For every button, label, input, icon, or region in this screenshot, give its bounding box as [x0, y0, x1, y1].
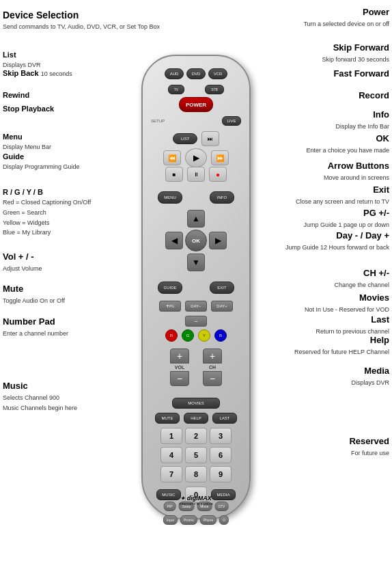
- pg-label: PG +/- Jump Guide 1 page up or down: [303, 208, 389, 230]
- remote-container: AUD DVD VCR TV STB POWER SETUP LIVE LIST…: [141, 55, 251, 519]
- num7-button[interactable]: 7: [160, 466, 182, 482]
- menu-button[interactable]: MENU: [158, 191, 182, 204]
- live-button[interactable]: LIVE: [222, 116, 241, 126]
- rgby-row: R G Y B: [165, 329, 227, 342]
- num6-button[interactable]: 6: [210, 447, 232, 463]
- ok-label: OK Enter a choice you have made: [306, 133, 389, 155]
- skip-forward-label: Skip Forward Skip forward 30 seconds: [322, 42, 389, 64]
- dpad: ▲ ◀ OK ▶ ▼: [165, 210, 227, 271]
- num8-button[interactable]: 8: [185, 466, 207, 482]
- skip-back-label: Skip Back 10 seconds: [3, 68, 72, 79]
- guide-button[interactable]: GUIDE: [158, 282, 182, 294]
- day-minus-button[interactable]: DAY−: [185, 301, 207, 312]
- fast-forward-button[interactable]: ⏩: [211, 150, 229, 165]
- ch-label-right: CH +/- Change the channel: [334, 268, 389, 290]
- num4-button[interactable]: 4: [160, 447, 182, 463]
- ch-label: CH: [209, 365, 216, 370]
- dpad-left-button[interactable]: ◀: [165, 232, 183, 249]
- digimax-tagline: internet • tv • voice: [179, 502, 213, 506]
- dpad-up-button[interactable]: ▲: [187, 210, 205, 228]
- menu-label: Menu Display Menu Bar: [3, 132, 51, 152]
- vcr-button[interactable]: VCR: [208, 68, 227, 79]
- num5-button[interactable]: 5: [185, 447, 207, 463]
- ch-minus-button[interactable]: −: [203, 371, 222, 386]
- pg-minus-button[interactable]: −: [185, 316, 207, 327]
- vol-ctrl: + VOL −: [170, 348, 189, 386]
- fast-forward-label: Fast Forward: [333, 68, 389, 80]
- list-label: List Displays DVR: [3, 50, 41, 70]
- vol-label-left: Vol + / - Adjust Volume: [3, 251, 42, 273]
- remote-body: AUD DVD VCR TV STB POWER SETUP LIVE LIST…: [141, 55, 251, 519]
- help-button[interactable]: HELP: [184, 413, 208, 424]
- info-label-right: Info Display the Info Bar: [335, 109, 389, 131]
- dpad-right-button[interactable]: ▶: [209, 232, 227, 249]
- last-button[interactable]: LAST: [212, 413, 237, 424]
- media-button[interactable]: MEDIA: [211, 489, 236, 500]
- list-button[interactable]: LIST: [173, 133, 197, 144]
- stop-playback-label: Stop Playback: [3, 104, 54, 113]
- power-row: POWER: [179, 97, 213, 112]
- vol-label: VOL: [175, 365, 184, 370]
- pause-button[interactable]: ⏸: [187, 167, 205, 182]
- ch-plus-button[interactable]: +: [203, 348, 222, 364]
- help-label: Help Reserved for future HELP Channel: [294, 335, 389, 357]
- movies-button[interactable]: MOVIES: [172, 398, 220, 409]
- r-button[interactable]: R: [165, 329, 178, 342]
- mute-label: Mute Toggle Audio On or Off: [3, 284, 65, 305]
- phone-button[interactable]: Phone: [200, 515, 216, 525]
- music-button[interactable]: MUSIC: [156, 489, 181, 500]
- tv-button[interactable]: TV: [168, 85, 184, 94]
- record-label: Record: [359, 90, 389, 102]
- dpad-down-button[interactable]: ▼: [187, 254, 205, 271]
- input-button[interactable]: Input: [163, 515, 178, 525]
- rgby-label: R / G / Y / B Red = Closed Captioning On…: [3, 187, 91, 237]
- stb-button[interactable]: STB: [205, 85, 224, 94]
- num1-button[interactable]: 1: [160, 428, 182, 444]
- power-label: Power Turn a selected device on or off: [303, 7, 389, 29]
- y-button[interactable]: Y: [198, 329, 210, 342]
- exit-button[interactable]: EXIT: [210, 282, 234, 294]
- power-button[interactable]: POWER: [179, 97, 213, 112]
- g-button[interactable]: G: [182, 329, 194, 342]
- list-skipfwd-row: LIST ⏭: [173, 131, 219, 146]
- movies-label: Movies Not In Use - Reserved for VOD: [305, 292, 389, 314]
- bottom-row2: Input Promo Phone O: [163, 515, 229, 525]
- guide-exit-row: GUIDE EXIT: [158, 282, 234, 294]
- b-button[interactable]: B: [214, 329, 227, 342]
- top-device-buttons: AUD DVD VCR: [165, 68, 227, 79]
- guide-label: Guide Display Programming Guide: [3, 152, 80, 172]
- pip-button[interactable]: PIP: [164, 502, 176, 511]
- dtv-button[interactable]: DTV: [214, 502, 228, 511]
- arrow-buttons-label: Arrow Buttons Move around in screens: [324, 161, 389, 182]
- device-selection-label: Device Selection Send commands to TV, Au…: [3, 9, 160, 31]
- num3-button[interactable]: 3: [210, 428, 232, 444]
- pg-section: +PG DAY− DAY+: [159, 301, 233, 312]
- num9-button[interactable]: 9: [210, 466, 232, 482]
- skip-forward-button[interactable]: ⏭: [201, 131, 219, 146]
- rewind-label: Rewind: [3, 90, 29, 100]
- music-label: Music Selects Channel 900 Music Channels…: [3, 381, 77, 412]
- mute-help-last-row: MUTE HELP LAST: [155, 413, 237, 424]
- ok-button[interactable]: OK: [185, 230, 207, 251]
- reserved-label: Reserved For future use: [349, 436, 389, 458]
- o-button[interactable]: O: [219, 515, 229, 525]
- media-label: Media Displays DVR: [351, 366, 389, 387]
- number-pad-label: Number Pad Enter a channel number: [3, 316, 68, 338]
- vol-plus-button[interactable]: +: [170, 348, 189, 364]
- play-button[interactable]: ▶: [185, 148, 207, 167]
- mute-button[interactable]: MUTE: [155, 413, 180, 424]
- pg-plus-button[interactable]: +PG: [159, 301, 181, 312]
- num2-button[interactable]: 2: [185, 428, 207, 444]
- promo-button[interactable]: Promo: [180, 515, 197, 525]
- info-button[interactable]: INFO: [210, 191, 234, 204]
- vol-minus-button[interactable]: −: [170, 371, 189, 386]
- vol-ch-section: + VOL − + CH −: [170, 348, 222, 386]
- stop-button[interactable]: ■: [165, 167, 183, 182]
- rewind-button[interactable]: ⏪: [163, 150, 181, 165]
- day-plus-button[interactable]: DAY+: [211, 301, 233, 312]
- dvd-button[interactable]: DVD: [186, 68, 206, 79]
- aud-button[interactable]: AUD: [165, 68, 184, 79]
- stop-pause-rec-row: ■ ⏸ ●: [165, 167, 227, 182]
- record-button[interactable]: ●: [209, 167, 227, 182]
- transport-row: ⏪ ▶ ⏩: [163, 148, 229, 167]
